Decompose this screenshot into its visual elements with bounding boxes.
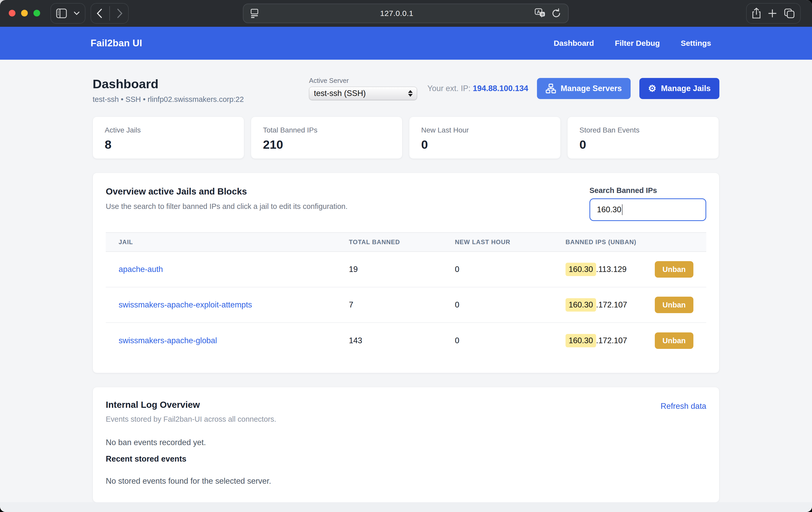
url-text: 127.0.0.1 [259, 9, 534, 18]
new-last-hour-value: 0 [455, 300, 566, 310]
refresh-data-link[interactable]: Refresh data [661, 402, 706, 411]
external-ip-label: Your ext. IP: [427, 84, 471, 93]
page-title: Dashboard [93, 77, 244, 91]
col-header-jail: JAIL [106, 238, 349, 246]
address-bar[interactable]: 127.0.0.1 A ☆ [243, 4, 569, 23]
jail-link[interactable]: swissmakers-apache-exploit-attempts [119, 300, 252, 309]
external-ip-value[interactable]: 194.88.100.134 [473, 84, 528, 93]
nav-links: Dashboard Filter Debug Settings [554, 39, 711, 48]
stat-value: 210 [263, 137, 402, 151]
col-header-total-banned: TOTAL BANNED [349, 238, 455, 246]
log-title-block: Internal Log Overview Events stored by F… [106, 400, 276, 424]
search-banned-ips-input[interactable]: 160.30 [589, 198, 706, 221]
stat-card-stored-events: Stored Ban Events 0 [567, 117, 719, 159]
active-server-label: Active Server [309, 77, 417, 85]
close-window-button[interactable] [9, 10, 16, 17]
stats-row: Active Jails 8 Total Banned IPs 210 New … [93, 117, 719, 159]
traffic-lights [9, 10, 40, 17]
sidebar-toggle-icon[interactable] [56, 8, 67, 18]
active-server-select[interactable]: test-ssh (SSH) [309, 87, 417, 100]
total-banned-value: 19 [349, 265, 455, 274]
no-ban-events-text: No ban events recorded yet. [106, 438, 706, 447]
overview-subtitle: Use the search to filter banned IPs and … [106, 202, 348, 211]
jails-table: JAIL TOTAL BANNED NEW LAST HOUR BANNED I… [106, 232, 706, 359]
active-server-value: test-ssh (SSH) [314, 89, 408, 98]
new-last-hour-value: 0 [455, 265, 566, 274]
banned-ip-highlight: 160.30 [566, 334, 596, 347]
no-stored-events-text: No stored events found for the selected … [106, 477, 706, 486]
svg-text:☆: ☆ [541, 12, 544, 16]
stat-label: Active Jails [105, 126, 244, 134]
page-subtitle: test-ssh • SSH • rlinfp02.swissmakers.co… [93, 95, 244, 104]
nav-link-settings[interactable]: Settings [681, 39, 711, 48]
svg-text:A: A [537, 9, 540, 15]
sitemap-icon [546, 84, 556, 93]
jail-link[interactable]: swissmakers-apache-global [119, 336, 217, 345]
stat-value: 8 [105, 137, 244, 151]
stat-value: 0 [579, 137, 719, 151]
manage-jails-button[interactable]: ⚙ Manage Jails [639, 78, 719, 99]
table-row: swissmakers-apache-exploit-attempts 7 0 … [106, 287, 706, 323]
nav-divider [109, 6, 110, 21]
overview-title: Overview active Jails and Blocks [106, 186, 348, 197]
nav-link-filter-debug[interactable]: Filter Debug [615, 39, 660, 48]
text-cursor [622, 204, 622, 215]
banned-ip-highlight: 160.30 [566, 298, 596, 312]
history-nav-group [91, 3, 128, 24]
tabs-overview-icon[interactable] [784, 8, 795, 19]
stat-card-active-jails: Active Jails 8 [93, 117, 244, 159]
desktop-background: 127.0.0.1 A ☆ [0, 0, 812, 512]
jail-link[interactable]: apache-auth [119, 265, 163, 274]
banned-ip-rest: .172.107 [596, 300, 627, 310]
page-body: Dashboard test-ssh • SSH • rlinfp02.swis… [0, 60, 812, 512]
gear-icon: ⚙ [648, 84, 656, 93]
browser-titlebar: 127.0.0.1 A ☆ [0, 0, 812, 27]
app-brand: Fail2ban UI [91, 38, 142, 49]
banned-ip-highlight: 160.30 [566, 263, 596, 276]
stat-label: Total Banned IPs [263, 126, 402, 134]
table-row: swissmakers-apache-global 143 0 160.30 .… [106, 323, 706, 359]
dashboard-header: Dashboard test-ssh • SSH • rlinfp02.swis… [93, 77, 719, 104]
external-ip: Your ext. IP: 194.88.100.134 [427, 84, 528, 93]
unban-button[interactable]: Unban [655, 261, 693, 278]
table-header-row: JAIL TOTAL BANNED NEW LAST HOUR BANNED I… [106, 232, 706, 252]
select-arrows-icon [408, 90, 413, 97]
reader-format-icon[interactable] [250, 8, 259, 19]
unban-button[interactable]: Unban [655, 333, 693, 349]
col-header-banned-ips: BANNED IPS (UNBAN) [566, 238, 706, 246]
sidebar-toggle-group [51, 3, 85, 24]
translate-icon[interactable]: A ☆ [534, 8, 546, 19]
reload-icon[interactable] [551, 8, 561, 19]
overview-title-block: Overview active Jails and Blocks Use the… [106, 186, 348, 211]
window-bottom-strip [0, 502, 812, 512]
sidebar-chevron-down-icon[interactable] [74, 11, 80, 16]
stat-label: Stored Ban Events [579, 126, 719, 134]
log-title: Internal Log Overview [106, 400, 276, 410]
total-banned-value: 143 [349, 336, 455, 345]
unban-button[interactable]: Unban [655, 297, 693, 313]
col-header-new-last-hour: NEW LAST HOUR [455, 238, 566, 246]
active-server-block: Active Server test-ssh (SSH) [309, 77, 417, 100]
internal-log-card: Internal Log Overview Events stored by F… [93, 387, 719, 503]
total-banned-value: 7 [349, 300, 455, 310]
browser-window: 127.0.0.1 A ☆ [0, 0, 812, 512]
search-banned-ips-label: Search Banned IPs [589, 186, 706, 195]
search-input-value: 160.30 [597, 205, 621, 214]
manage-servers-button[interactable]: Manage Servers [537, 78, 631, 99]
app-navbar: Fail2ban UI Dashboard Filter Debug Setti… [0, 27, 812, 60]
manage-jails-label: Manage Jails [661, 84, 710, 93]
share-icon[interactable] [752, 8, 761, 19]
back-icon[interactable] [96, 8, 103, 19]
forward-icon[interactable] [117, 8, 123, 19]
stat-label: New Last Hour [421, 126, 560, 134]
stat-card-total-banned: Total Banned IPs 210 [251, 117, 402, 159]
zoom-window-button[interactable] [33, 10, 40, 17]
stat-card-new-last-hour: New Last Hour 0 [409, 117, 561, 159]
nav-link-dashboard[interactable]: Dashboard [554, 39, 594, 48]
table-row: apache-auth 19 0 160.30 .113.129 Unban [106, 252, 706, 287]
banned-ip-rest: .113.129 [596, 265, 627, 274]
new-last-hour-value: 0 [455, 336, 566, 345]
new-tab-icon[interactable] [768, 9, 777, 18]
minimize-window-button[interactable] [21, 10, 28, 17]
title-block: Dashboard test-ssh • SSH • rlinfp02.swis… [93, 77, 244, 104]
